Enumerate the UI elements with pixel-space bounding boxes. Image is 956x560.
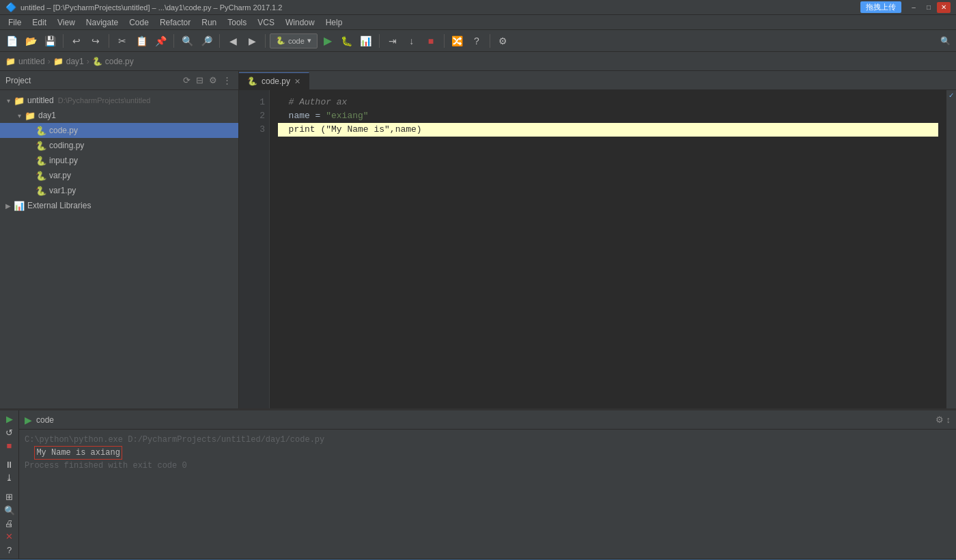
breadcrumb-day1-label: day1 [66, 57, 84, 66]
tab-label-codepy: code.py [262, 76, 290, 86]
project-panel-header: Project ⟳ ⊟ ⚙ ⋮ [0, 71, 238, 90]
tree-item-external-libs[interactable]: ▶ 📊 External Libraries [0, 198, 238, 213]
tree-label-external-libs: External Libraries [27, 201, 91, 210]
tree-label-day1: day1 [38, 111, 56, 120]
breadcrumb-untitled[interactable]: 📁 untitled [5, 57, 45, 66]
menu-code[interactable]: Code [124, 16, 154, 29]
paste-button[interactable]: 📌 [152, 32, 169, 50]
separator-2 [109, 34, 109, 48]
run-scroll-console[interactable]: ⤓ [2, 472, 17, 484]
run-settings-button[interactable]: ⚙ [936, 415, 944, 425]
menu-tools[interactable]: Tools [222, 16, 252, 29]
debug-button[interactable]: 🐛 [338, 32, 356, 50]
tree-item-inputpy[interactable]: 🐍 input.py [0, 153, 238, 168]
run-output: C:\python\python.exe D:/PycharmProjects/… [19, 430, 956, 559]
tree-item-codingpy[interactable]: 🐍 coding.py [0, 138, 238, 153]
separator-1 [63, 34, 64, 48]
find-button[interactable]: 🔍 [178, 32, 196, 50]
expand-arrow-day1[interactable]: ▾ [14, 112, 25, 120]
editor-area: 🐍 code.py ✕ 1 2 3 # Author ax name = "ex… [239, 71, 956, 408]
code-editor[interactable]: # Author ax name = "exiang" print ("My N… [270, 90, 946, 408]
menu-edit[interactable]: Edit [27, 16, 52, 29]
tasks-button[interactable]: ⚙ [494, 32, 512, 50]
copy-button[interactable]: 📋 [132, 32, 150, 50]
breadcrumb-day1[interactable]: 📁 day1 [53, 57, 84, 66]
find-replace-button[interactable]: 🔎 [197, 32, 215, 50]
run-rerun-button[interactable]: ↺ [2, 426, 17, 438]
redo-button[interactable]: ↪ [87, 32, 104, 50]
vcs-button[interactable]: 🔀 [449, 32, 466, 50]
menu-vcs[interactable]: VCS [252, 16, 280, 29]
open-button[interactable]: 📂 [22, 32, 40, 50]
run-filter-button[interactable]: 🔍 [2, 504, 17, 516]
editor-tab-codepy[interactable]: 🐍 code.py ✕ [239, 72, 309, 89]
menu-file[interactable]: File [3, 16, 27, 29]
app-icon: 🔷 [5, 2, 16, 12]
sync-button[interactable]: ⟳ [182, 74, 192, 87]
upload-button[interactable]: 拖拽上传 [860, 1, 901, 13]
tree-label-codepy: code.py [49, 126, 78, 135]
maximize-button[interactable]: □ [922, 2, 936, 13]
editor-content[interactable]: 1 2 3 # Author ax name = "exiang" print … [239, 90, 956, 408]
menu-refactor[interactable]: Refactor [154, 16, 196, 29]
save-button[interactable]: 💾 [41, 32, 59, 50]
run-output-line: My Name is axiang [25, 446, 951, 460]
search-everywhere-button[interactable]: 🔍 [938, 33, 953, 48]
breadcrumb-untitled-label: untitled [18, 57, 45, 66]
run-stop-button[interactable]: ■ [2, 440, 17, 451]
back-button[interactable]: ◀ [224, 32, 242, 50]
run-help-button[interactable]: ? [2, 544, 17, 556]
separator-3 [173, 34, 174, 48]
run-config-label: code [288, 37, 305, 45]
cut-button[interactable]: ✂ [113, 32, 131, 50]
menu-run[interactable]: Run [196, 16, 222, 29]
run-start-button[interactable]: ▶ [2, 413, 17, 425]
run-close-button[interactable]: ✕ [2, 531, 17, 542]
tree-item-var1py[interactable]: 🐍 var1.py [0, 183, 238, 198]
step-over-button[interactable]: ⇥ [384, 32, 402, 50]
expand-arrow-external[interactable]: ▶ [3, 202, 14, 210]
tree-item-codepy[interactable]: 🐍 code.py [0, 123, 238, 138]
menu-window[interactable]: Window [280, 16, 320, 29]
toolbar: 📄 📂 💾 ↩ ↪ ✂ 📋 📌 🔍 🔎 ◀ ▶ 🐍 code ▾ ▶ 🐛 📊 ⇥… [0, 30, 956, 52]
breadcrumb-codepy-label: code.py [105, 57, 134, 66]
line-number-1: 1 [243, 96, 265, 109]
help-button[interactable]: ? [468, 32, 486, 50]
bookmark-indicator: ✓ [948, 92, 954, 99]
panel-options-button[interactable]: ⋮ [221, 74, 233, 87]
menu-help[interactable]: Help [320, 16, 348, 29]
tree-item-day1[interactable]: ▾ 📁 day1 [0, 108, 238, 123]
menu-navigate[interactable]: Navigate [81, 16, 124, 29]
tree-item-varpy[interactable]: 🐍 var.py [0, 168, 238, 183]
tab-close-codepy[interactable]: ✕ [294, 77, 300, 86]
expand-arrow-untitled[interactable]: ▾ [3, 97, 14, 104]
minimize-button[interactable]: – [907, 2, 920, 13]
tree-item-untitled[interactable]: ▾ 📁 untitled D:\PycharmProjects\untitled [0, 93, 238, 108]
separator-5 [265, 34, 266, 48]
tab-python-icon: 🐍 [247, 76, 257, 86]
editor-scrollbar[interactable]: ✓ [946, 90, 956, 408]
run-output-highlighted: My Name is axiang [34, 446, 122, 460]
run-softclear-button[interactable]: ⊞ [2, 491, 17, 503]
tree-label-untitled: untitled [27, 96, 54, 105]
breadcrumb-codepy[interactable]: 🐍 code.py [92, 57, 134, 66]
close-button[interactable]: ✕ [937, 2, 951, 13]
undo-button[interactable]: ↩ [68, 32, 85, 50]
menu-view[interactable]: View [52, 16, 81, 29]
run-button[interactable]: ▶ [319, 32, 337, 50]
new-file-button[interactable]: 📄 [3, 32, 20, 50]
run-print-button[interactable]: 🖨 [2, 518, 17, 529]
forward-button[interactable]: ▶ [243, 32, 261, 50]
run-maximize-button[interactable]: ↕ [946, 415, 951, 425]
project-panel-title: Project [5, 76, 179, 85]
run-indicator-icon: ▶ [25, 415, 32, 425]
step-into-button[interactable]: ↓ [403, 32, 421, 50]
python-file-icon-var: 🐍 [36, 171, 46, 181]
run-with-coverage-button[interactable]: 📊 [357, 32, 375, 50]
separator-7 [444, 34, 445, 48]
run-config-selector[interactable]: 🐍 code ▾ [270, 33, 318, 48]
run-pause-button[interactable]: ⏸ [2, 459, 17, 471]
settings-button[interactable]: ⚙ [208, 74, 219, 87]
stop-button[interactable]: ■ [422, 32, 440, 50]
collapse-button[interactable]: ⊟ [195, 74, 205, 87]
